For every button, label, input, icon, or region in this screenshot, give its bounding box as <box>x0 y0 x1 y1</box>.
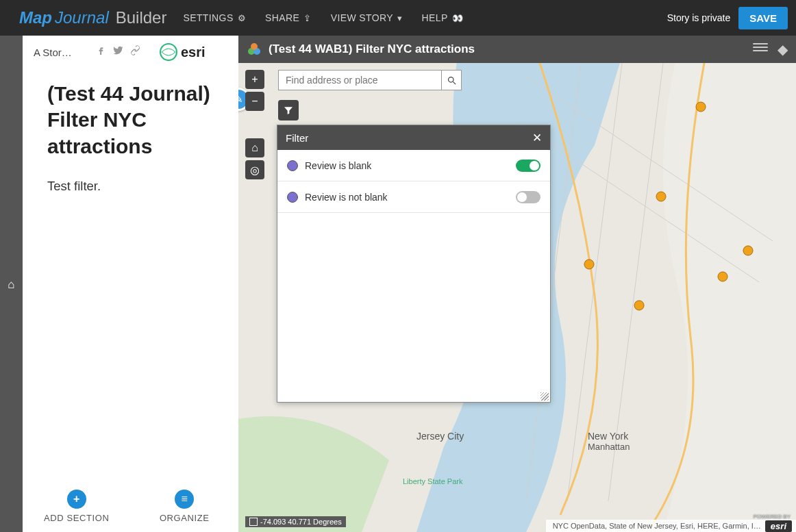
layer-symbol-icon <box>287 192 298 203</box>
layer-symbol-icon <box>287 160 298 171</box>
map-title: (Test 44 WAB1) Filter NYC attractions <box>269 42 475 56</box>
nav-settings[interactable]: SETTINGS⚙ <box>183 12 246 23</box>
builder-topbar: Map Journal Builder SETTINGS⚙ SHARE⇪ VIE… <box>0 0 796 36</box>
svg-point-12 <box>743 246 753 255</box>
map-attribution: NYC OpenData, State of New Jersey, Esri,… <box>546 520 796 532</box>
svg-point-20 <box>251 43 258 50</box>
map-area[interactable]: Jersey City New York Manhattan Liberty S… <box>238 36 796 532</box>
side-panel-footer: + ADD SECTION ≡ ORGANIZE <box>23 480 238 532</box>
svg-line-22 <box>453 81 456 84</box>
list-icon: ≡ <box>175 490 194 509</box>
privacy-status[interactable]: Story is private <box>667 12 731 23</box>
filter-toggle[interactable] <box>516 191 540 203</box>
layers-icon[interactable]: ◆ <box>778 41 788 58</box>
filter-widget-button[interactable] <box>278 100 299 121</box>
section-body: Test filter. <box>23 160 238 194</box>
nav-share[interactable]: SHARE⇪ <box>265 12 312 23</box>
powered-by-label: POWERED BY <box>754 514 791 520</box>
map-title-bar: (Test 44 WAB1) Filter NYC attractions ◆ <box>238 36 796 63</box>
locate-button[interactable]: ◎ <box>245 160 264 179</box>
chevron-down-icon: ▾ <box>397 13 402 23</box>
save-button[interactable]: SAVE <box>738 7 788 29</box>
home-icon[interactable]: ⌂ <box>8 278 14 292</box>
section-title: (Test 44 Journal) Filter NYC attractions <box>23 68 238 160</box>
esri-watermark: esri <box>765 520 792 532</box>
search-icon <box>447 75 457 86</box>
svg-point-10 <box>584 259 594 269</box>
filter-panel-title: Filter <box>286 132 308 144</box>
filter-panel-header: Filter ✕ <box>277 125 550 150</box>
link-icon[interactable] <box>129 45 141 60</box>
app-logo-icon <box>247 42 262 57</box>
nav-view-story[interactable]: VIEW STORY▾ <box>331 12 403 23</box>
logo-journal: Journal <box>55 8 109 27</box>
legend-icon[interactable] <box>753 41 768 52</box>
close-icon[interactable]: ✕ <box>532 131 542 145</box>
esri-logo: esri <box>159 42 227 62</box>
filter-toggle[interactable] <box>516 160 540 172</box>
left-rail: ⌂ <box>0 36 23 532</box>
logo-map: Map <box>19 8 52 27</box>
svg-point-11 <box>634 301 644 310</box>
svg-text:Jersey City: Jersey City <box>416 431 464 442</box>
svg-text:Manhattan: Manhattan <box>588 442 630 452</box>
search-input[interactable] <box>278 70 441 90</box>
svg-point-0 <box>160 44 177 60</box>
svg-point-8 <box>696 102 706 112</box>
filter-panel: Filter ✕ Review is blank Review is not b… <box>277 125 551 403</box>
svg-point-9 <box>656 192 666 201</box>
search-button[interactable] <box>441 70 462 90</box>
svg-point-21 <box>448 77 453 82</box>
map-controls: + − ⌂ ◎ <box>245 70 264 179</box>
home-extent-button[interactable]: ⌂ <box>245 138 264 157</box>
binoculars-icon: 👀 <box>452 13 463 23</box>
nav-help[interactable]: HELP👀 <box>422 12 464 23</box>
twitter-icon[interactable] <box>112 45 124 60</box>
top-nav: SETTINGS⚙ SHARE⇪ VIEW STORY▾ HELP👀 <box>183 12 463 23</box>
svg-text:Liberty State Park: Liberty State Park <box>403 477 463 485</box>
story-short-title: A Stor… <box>34 47 90 58</box>
svg-point-13 <box>718 272 727 281</box>
resize-handle[interactable] <box>540 392 549 401</box>
logo-builder: Builder <box>116 8 167 27</box>
zoom-out-button[interactable]: − <box>245 92 264 111</box>
zoom-in-button[interactable]: + <box>245 70 264 89</box>
plus-icon: + <box>67 490 86 509</box>
side-panel-header: A Stor… esri <box>23 36 238 68</box>
share-icon: ⇪ <box>303 13 311 23</box>
filter-label: Review is not blank <box>305 192 509 203</box>
filter-row: Review is not blank <box>277 181 550 213</box>
search-bar <box>278 70 462 90</box>
crosshair-icon <box>249 518 258 526</box>
filter-label: Review is blank <box>305 160 509 171</box>
gear-icon: ⚙ <box>238 13 246 23</box>
filter-row: Review is blank <box>277 150 550 181</box>
svg-text:New York: New York <box>588 431 629 442</box>
organize-button[interactable]: ≡ ORGANIZE <box>131 480 239 532</box>
svg-text:esri: esri <box>181 45 206 60</box>
facebook-icon[interactable] <box>95 45 107 60</box>
side-panel: A Stor… esri (Test 44 Journal) Filter NY… <box>23 36 238 532</box>
add-section-button[interactable]: + ADD SECTION <box>23 480 131 532</box>
coordinate-display[interactable]: -74.093 40.771 Degrees <box>245 516 346 527</box>
